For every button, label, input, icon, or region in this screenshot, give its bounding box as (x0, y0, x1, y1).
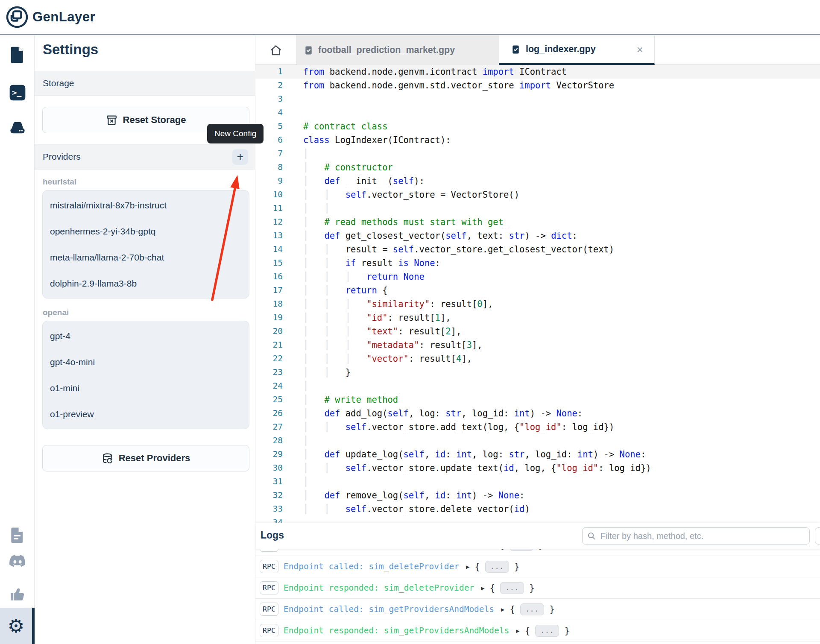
code-line: 31│ (255, 475, 820, 489)
editor-area: football_prediction_market.gpy log_index… (255, 35, 820, 523)
providers-section-header: Providers + (35, 144, 255, 170)
provider-card: mistralai/mixtral-8x7b-instructopenherme… (42, 190, 249, 299)
app-window: GenLayer >_ ⚙ Settings Storage (0, 0, 820, 644)
thumbs-up-icon[interactable] (0, 585, 35, 603)
line-number: 17 (255, 284, 283, 297)
tab-label: log_indexer.gpy (526, 44, 596, 55)
provider-model-item[interactable]: gpt-4o-mini (43, 349, 249, 375)
storage-drive-icon[interactable] (0, 118, 35, 136)
rpc-badge: RPC (260, 581, 278, 594)
code-line: 12│ # read methods must start with get_ (255, 215, 820, 229)
code-line: 17│ │ return { (255, 284, 820, 297)
docs-icon[interactable] (0, 526, 35, 544)
logs-title: Logs (261, 530, 284, 541)
reset-providers-label: Reset Providers (119, 453, 190, 464)
rpc-badge: RPC (260, 624, 278, 637)
ellipsis-expander[interactable]: ... (500, 582, 524, 594)
code-line: 14│ │ result = self.vector_store.get_clo… (255, 243, 820, 256)
ellipsis-expander[interactable]: ... (535, 625, 559, 637)
expand-triangle-icon[interactable]: ▶ (501, 606, 504, 613)
rpc-badge: RPC (260, 603, 278, 616)
provider-model-item[interactable]: o1-preview (43, 401, 249, 427)
file-check-icon (511, 44, 521, 55)
line-number: 14 (255, 243, 283, 256)
code-line: 34 (255, 516, 820, 523)
provider-model-item[interactable]: o1-mini (43, 375, 249, 401)
logs-panel: Logs RPC{...}RPCEndpoint called: sim_del… (255, 523, 820, 644)
code-line: 11│ │ (255, 202, 820, 215)
reset-storage-label: Reset Storage (123, 114, 186, 126)
code-line: 6class LogIndexer(IContract): (255, 133, 820, 147)
expand-triangle-icon[interactable]: ▶ (516, 627, 519, 634)
log-message: Endpoint called: sim_deleteProvider (284, 562, 459, 571)
line-number: 4 (255, 106, 283, 120)
terminal-icon[interactable]: >_ (0, 83, 35, 102)
code-line: 10│ │ self.vector_store = VectorStore() (255, 188, 820, 202)
provider-model-item[interactable]: openhermes-2-yi-34b-gptq (43, 218, 249, 244)
line-number: 8 (255, 161, 283, 174)
code-line: 27│ │ self.vector_store.add_text(log, {"… (255, 420, 820, 434)
settings-nav-active[interactable]: ⚙ (0, 608, 35, 644)
line-number: 32 (255, 489, 283, 502)
line-number: 19 (255, 311, 283, 325)
provider-model-item[interactable]: mistralai/mixtral-8x7b-instruct (43, 192, 249, 218)
brace-close: } (514, 562, 520, 572)
ellipsis-expander[interactable]: ... (520, 603, 544, 615)
expand-triangle-icon[interactable]: ▶ (466, 563, 469, 570)
line-number: 2 (255, 79, 283, 92)
code-line: 33│ │ self.vector_store.delete_vector(id… (255, 502, 820, 516)
line-number: 28 (255, 434, 283, 448)
brace-close: } (539, 549, 544, 550)
rpc-badge: RPC (260, 560, 278, 573)
ellipsis-expander[interactable]: ... (510, 549, 533, 551)
line-number: 31 (255, 475, 283, 489)
code-line: 5# contract class (255, 120, 820, 133)
genlayer-logo-icon (6, 6, 28, 28)
line-number: 11 (255, 202, 283, 215)
page-title: Settings (43, 41, 98, 58)
code-line: 9│ def __init__(self): (255, 174, 820, 188)
discord-icon[interactable] (0, 554, 35, 570)
provider-model-item[interactable]: meta-llama/llama-2-70b-chat (43, 244, 249, 270)
code-line: 30│ │ self.vector_store.update_text(id, … (255, 461, 820, 475)
app-header: GenLayer (0, 0, 820, 35)
log-message: Endpoint responded: sim_deleteProvider (284, 583, 474, 593)
expand-triangle-icon[interactable]: ▶ (481, 585, 484, 591)
provider-model-item[interactable]: dolphin-2.9-llama3-8b (43, 270, 249, 296)
reset-providers-button[interactable]: Reset Providers (42, 445, 249, 471)
sort-logs-button[interactable] (815, 527, 820, 544)
brace-open: { (474, 562, 480, 572)
storage-section-header: Storage (35, 71, 255, 96)
log-row: RPC{...} (255, 549, 544, 556)
log-row: RPCEndpoint called: sim_getProvidersAndM… (255, 599, 820, 620)
archive-x-icon (106, 114, 117, 126)
brace-open: { (525, 626, 530, 636)
provider-model-item[interactable]: gpt-4 (43, 323, 249, 349)
line-number: 22 (255, 352, 283, 366)
partial-log-row: RPC{...} (255, 549, 820, 556)
line-number: 12 (255, 215, 283, 229)
code-line: 8│ # constructor (255, 161, 820, 174)
files-icon[interactable] (0, 45, 35, 64)
brace-open: { (490, 583, 495, 593)
ellipsis-expander[interactable]: ... (485, 561, 509, 573)
log-filter-input[interactable] (582, 527, 810, 544)
line-number: 7 (255, 147, 283, 161)
tab-label: football_prediction_market.gpy (318, 45, 455, 56)
logs-header: Logs (255, 523, 820, 549)
code-area[interactable]: 1from backend.node.genvm.icontract impor… (255, 65, 820, 523)
tab-football-prediction-market[interactable]: football_prediction_market.gpy (297, 35, 499, 65)
provider-group-label: heuristai (43, 177, 255, 187)
log-message: Endpoint responded: sim_getProvidersAndM… (284, 626, 509, 635)
home-button[interactable] (255, 35, 297, 65)
database-restore-icon (102, 453, 113, 464)
brand-name: GenLayer (32, 9, 95, 25)
file-check-icon (304, 45, 313, 56)
plus-icon: + (237, 151, 244, 163)
tab-log-indexer[interactable]: log_indexer.gpy × (499, 35, 655, 65)
log-row: RPCEndpoint responded: sim_getProvidersA… (255, 620, 820, 641)
add-provider-button[interactable]: + (232, 149, 248, 165)
close-icon[interactable]: × (637, 44, 643, 55)
line-number: 13 (255, 229, 283, 243)
brace-open: { (510, 604, 515, 615)
